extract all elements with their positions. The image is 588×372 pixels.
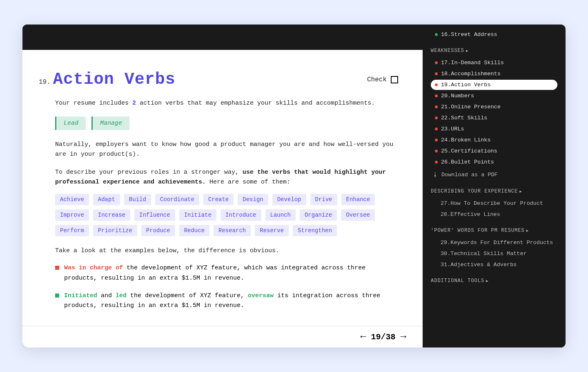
sidebar-item-label: 18.Accomplishments	[441, 71, 501, 77]
sidebar-item-label: 24.Broken Links	[441, 137, 491, 143]
verb-tag: Reduce	[179, 225, 209, 236]
download-pdf-button[interactable]: ⭳ Download as a PDF	[431, 169, 557, 180]
verb-tag: Oversee	[341, 209, 375, 221]
check-label: Check	[367, 76, 387, 83]
verb-tag: Strengthen	[293, 225, 337, 236]
main-area: 19. Action Verbs Check Your resume inclu…	[22, 25, 423, 347]
chevron-right-icon: ▶	[486, 279, 488, 283]
verb-tag: Initiate	[179, 209, 216, 221]
sidebar-item[interactable]: 24.Broken Links	[431, 135, 557, 145]
intro-text: Your resume includes 2 action verbs that…	[39, 99, 398, 108]
verb-tag: Adapt	[93, 194, 120, 205]
sidebar-item-label: 17.In-Demand Skills	[441, 60, 504, 66]
check-toggle[interactable]: Check	[367, 76, 398, 83]
sidebar-section-weaknesses[interactable]: WEAKNESSES▶	[431, 48, 557, 54]
status-dot-icon	[435, 117, 438, 119]
sidebar-item-street-address[interactable]: 16.Street Address	[431, 29, 557, 40]
sidebar-item-label: 22.Soft Skills	[441, 115, 487, 121]
sidebar-item[interactable]: 19.Action Verbs	[431, 80, 557, 90]
sidebar-item[interactable]: 29.Keywords For Different Products	[431, 238, 557, 248]
chevron-right-icon: ▶	[519, 189, 522, 194]
verb-tag: Increase	[93, 209, 130, 221]
good-example: Initiated and led the development of XYZ…	[55, 291, 398, 311]
sidebar: 16.Street Address WEAKNESSES▶ 17.In-Dema…	[423, 25, 566, 347]
section-title: Action Verbs	[53, 70, 176, 89]
verb-tag: Drive	[310, 194, 337, 205]
verb-tag: Develop	[272, 194, 306, 205]
download-icon: ⭳	[432, 171, 438, 178]
current-verb-tag: Lead	[55, 117, 86, 130]
current-verb-tag: Manage	[91, 117, 129, 130]
sidebar-item-label: 23.URLs	[441, 126, 464, 132]
sidebar-item-label: 26.Bullet Points	[441, 159, 494, 165]
sidebar-item[interactable]: 22.Soft Skills	[431, 113, 557, 123]
pager-current: 19	[371, 332, 381, 342]
sidebar-section-power[interactable]: 'POWER' WORDS FOR PM RESUMES▶	[431, 228, 557, 233]
status-dot-icon	[435, 83, 438, 86]
app-frame: 19. Action Verbs Check Your resume inclu…	[22, 25, 566, 347]
status-dot-icon	[435, 94, 438, 97]
verb-tag: Prioritize	[93, 225, 137, 236]
checkbox-icon	[391, 76, 398, 83]
sidebar-item[interactable]: 21.Online Presence	[431, 102, 557, 112]
section-number: 19.	[39, 78, 51, 86]
sidebar-item-label: 16.Street Address	[441, 31, 497, 38]
status-dot-icon	[435, 105, 438, 108]
sidebar-item[interactable]: 26.Bullet Points	[431, 157, 557, 167]
sidebar-item[interactable]: 18.Accomplishments	[431, 69, 557, 79]
status-dot-icon	[435, 139, 438, 141]
sidebar-item[interactable]: 20.Numbers	[431, 91, 557, 101]
bad-marker-icon	[55, 266, 59, 270]
sidebar-section-describing[interactable]: DESCRIBING YOUR EXPERIENCE▶	[431, 188, 557, 194]
verb-tag: Create	[203, 194, 234, 205]
pager: ← 19/38 →	[360, 332, 406, 342]
content-panel: 19. Action Verbs Check Your resume inclu…	[22, 50, 423, 347]
status-dot-icon	[435, 33, 438, 36]
download-label: Download as a PDF	[441, 172, 498, 178]
verb-tag: Reserve	[255, 225, 289, 236]
verb-tag: Launch	[265, 209, 296, 221]
sidebar-item[interactable]: 17.In-Demand Skills	[431, 58, 557, 68]
sidebar-item-label: 25.Certifications	[441, 148, 497, 154]
verb-tag: Improve	[55, 209, 89, 221]
status-dot-icon	[435, 161, 438, 164]
sidebar-item[interactable]: 28.Effective Lines	[431, 209, 557, 220]
status-dot-icon	[435, 72, 438, 75]
sidebar-item[interactable]: 23.URLs	[431, 124, 557, 134]
content-footer: ← 19/38 →	[22, 326, 423, 347]
sidebar-item[interactable]: 25.Certifications	[431, 146, 557, 156]
examples-intro: Take a look at the examples below, the d…	[39, 246, 398, 256]
verb-tag: Research	[214, 225, 251, 236]
sidebar-item[interactable]: 30.Technical Skills Matter	[431, 249, 557, 259]
verb-tag: Organize	[300, 209, 337, 221]
prev-arrow-icon[interactable]: ←	[360, 332, 366, 342]
sidebar-item-label: 21.Online Presence	[441, 104, 501, 110]
status-dot-icon	[435, 128, 438, 130]
verb-tag: Enhance	[341, 194, 375, 205]
status-dot-icon	[435, 61, 438, 64]
paragraph-1: Naturally, employers want to know how go…	[39, 140, 398, 159]
good-marker-icon	[55, 294, 59, 298]
paragraph-2: To describe your previous roles in a str…	[39, 168, 398, 187]
top-bar	[22, 25, 423, 50]
verb-tag: Build	[124, 194, 151, 205]
verb-tag: Coordinate	[155, 194, 199, 205]
content-body: 19. Action Verbs Check Your resume inclu…	[22, 50, 423, 326]
chevron-right-icon: ▶	[466, 49, 468, 53]
verb-tag: Perform	[55, 225, 89, 236]
pager-total: 38	[386, 332, 396, 342]
sidebar-item[interactable]: 27.How To Describe Your Product	[431, 198, 557, 208]
sidebar-item[interactable]: 31.Adjectives & Adverbs	[431, 260, 557, 270]
sidebar-item-label: 20.Numbers	[441, 93, 474, 99]
bad-example: Was in charge of the development of XYZ …	[55, 263, 398, 284]
verb-tag: Introduce	[220, 209, 261, 221]
sidebar-item-label: 19.Action Verbs	[441, 82, 491, 88]
verb-tag: Design	[238, 194, 268, 205]
status-dot-icon	[435, 150, 438, 152]
verb-tag: Produce	[141, 225, 175, 236]
current-verbs: LeadManage	[55, 117, 398, 130]
sidebar-section-additional[interactable]: ADDITIONAL TOOLS▶	[431, 278, 557, 284]
suggested-verbs: AchieveAdaptBuildCoordinateCreateDesignD…	[55, 194, 398, 236]
next-arrow-icon[interactable]: →	[401, 332, 406, 342]
chevron-right-icon: ▶	[526, 229, 529, 233]
